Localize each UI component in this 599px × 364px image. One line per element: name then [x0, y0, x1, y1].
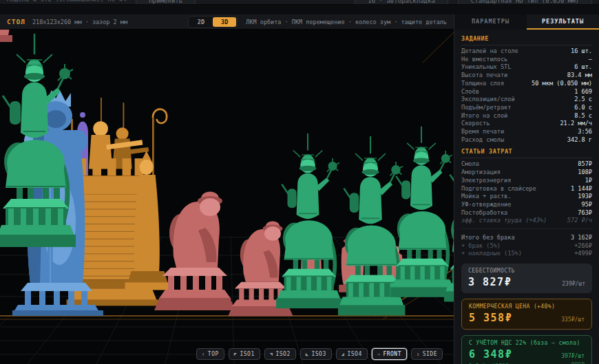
stat-row: Расход смолы 342.8 г — [461, 136, 592, 144]
top-toolbar-clipped: Модель и STL (сглаживание) по 4% Примени… — [0, 0, 599, 5]
stat-row: Толщина слоя 50 мкм (0.050 мм) — [461, 80, 592, 88]
view-preset-label: SIDE — [423, 351, 437, 357]
stat-value: +266₽ — [574, 242, 592, 250]
view-preset-icon: ◢ — [341, 352, 345, 357]
stat-row: Амортизация 108₽ — [461, 169, 592, 177]
stat-row: Экспозиция/слой 2.5 с — [461, 96, 592, 104]
stat-row: Деталей на столе 16 шт. — [461, 47, 592, 56]
stat-label: УФ-отверждение — [461, 201, 511, 209]
stat-label: Итого без брака — [461, 234, 515, 242]
card-per-unit: 397₽/шт — [561, 353, 585, 359]
viewport-canvas-wrap: ↑ TOP ◤ ISO1 ◥ ISO2 ◣ ISO3 ◢ ISO4 → FRON… — [0, 30, 454, 364]
tab-results[interactable]: РЕЗУЛЬТАТЫ — [527, 14, 599, 30]
stat-value: 857₽ — [578, 160, 592, 169]
results-body: ЗАДАНИЕ Деталей на столе 16 шт. Не вмест… — [454, 30, 599, 364]
viewport-header: СТОЛ 218x123x260 мм · зазор 2 мм 2D 3D Л… — [0, 14, 454, 30]
stat-label: Амортизация — [461, 169, 501, 177]
view-preset-button[interactable]: ◥ ISO2 — [264, 348, 296, 360]
stat-value: 6.0 с — [574, 104, 592, 112]
stat-value: 108₽ — [578, 169, 592, 177]
stat-value: 16 шт. — [571, 47, 592, 56]
stat-value: 572 ₽/ч — [567, 217, 592, 225]
toolbar-left-text: Модель и STL (сглаживание) по 4% — [7, 0, 126, 3]
view-preset-icon: → — [377, 352, 381, 357]
cost-rows: Смола 857₽ Амортизация 108₽ Электроэнерг… — [461, 160, 592, 225]
stat-row: Высота печати 83.4 мм — [461, 72, 592, 80]
tab-parameters[interactable]: ПАРАМЕТРЫ — [454, 14, 527, 30]
stat-value: — — [589, 56, 592, 64]
total-rows: Итого без брака 3 162₽ + брак (5%) +266₽… — [461, 228, 592, 258]
stat-value: 193₽ — [578, 193, 592, 201]
stat-row: Итого без брака 3 162₽ — [461, 234, 592, 242]
section-title-costs: СТАТЬИ ЗАТРАТ — [461, 144, 592, 158]
stat-value: 2.5 с — [574, 96, 592, 104]
card-value: 5 358₽ — [469, 312, 512, 324]
viewport-canvas[interactable] — [0, 30, 454, 364]
stat-label: Расход смолы — [461, 136, 504, 144]
stat-value: 1₽ — [585, 177, 592, 185]
stat-value: 763₽ — [578, 209, 592, 217]
stat-label: + накладные (15%) — [461, 250, 522, 258]
stat-value: 83.4 мм — [567, 72, 592, 80]
stat-row: Слоёв 1 669 — [461, 88, 592, 96]
stat-label: Смола — [461, 160, 479, 169]
stat-row: + брак (5%) +266₽ — [461, 242, 592, 250]
stat-value: 3:56 — [578, 128, 592, 136]
stat-row: Не вместилось — — [461, 56, 592, 64]
view-preset-button[interactable]: ◢ ISO4 — [336, 348, 368, 360]
card-label: С УЧЁТОМ НДС 22% (база — смола) — [469, 340, 585, 346]
mode-3d-button[interactable]: 3D — [213, 17, 236, 27]
mode-2d-button[interactable]: 2D — [189, 17, 213, 27]
stat-label: + брак (5%) — [461, 242, 501, 250]
view-preset-label: ISO4 — [347, 351, 361, 357]
stat-row: Скорость 21.2 мм/ч — [461, 120, 592, 128]
stat-value: 3 162₽ — [571, 234, 592, 242]
stat-label: Скорость — [461, 120, 490, 128]
view-preset-button[interactable]: ↑ TOP — [196, 348, 224, 360]
stat-label: Подготовка в слайсере — [461, 185, 536, 193]
stat-value: 8.5 с — [574, 112, 592, 120]
toolbar-button[interactable]: Применить — [136, 0, 196, 5]
stat-row: Время печати 3:56 — [461, 128, 592, 136]
card-value: 3 827₽ — [468, 276, 512, 288]
stat-label: Экспозиция/слой — [461, 96, 515, 104]
view-preset-button[interactable]: ◣ ISO3 — [300, 348, 332, 360]
results-panel: ПАРАМЕТРЫ РЕЗУЛЬТАТЫ ЗАДАНИЕ Деталей на … — [454, 14, 599, 364]
card-label: КОММЕРЧЕСКАЯ ЦЕНА (+40%) — [469, 303, 585, 310]
toolbar-profile-select[interactable]: Стандартная HD тип (0.050 мм) — [458, 0, 592, 5]
stat-label: Высота печати — [461, 72, 507, 80]
stat-row: Итого на слой 8.5 с — [461, 112, 592, 120]
view-preset-icon: ↕ — [417, 352, 420, 357]
summary-card: КОММЕРЧЕСКАЯ ЦЕНА (+40%) 5 358₽ 335₽/шт — [461, 299, 592, 330]
stat-label: Уникальных STL — [461, 63, 511, 72]
toolbar-quantity-select[interactable]: 16 · автораскладка — [355, 0, 448, 5]
stat-value: 1 144₽ — [571, 185, 592, 193]
piece-pink-kneeling-knight[interactable] — [154, 192, 235, 311]
mouse-hint: ЛКМ орбита · ПКМ перемещение · колесо зу… — [246, 19, 447, 25]
view-preset-label: FRONT — [383, 351, 401, 357]
stat-row: Уникальных STL 6 шт. — [461, 63, 592, 72]
view-preset-button[interactable]: ↕ SIDE — [411, 348, 443, 360]
stat-row: Смола 857₽ — [461, 160, 592, 169]
stat-label: эфф. ставка труда (+43%) — [461, 217, 547, 225]
view-preset-button[interactable]: ◤ ISO1 — [229, 348, 260, 360]
view-preset-icon: ◣ — [306, 352, 309, 357]
view-preset-button[interactable]: → FRONT — [372, 348, 407, 360]
stat-label: Слоёв — [461, 88, 479, 96]
stat-row: Подготовка в слайсере 1 144₽ — [461, 185, 592, 193]
toolbar-gap — [0, 5, 599, 14]
stat-row: УФ-отверждение 95₽ — [461, 201, 592, 209]
job-rows: Деталей на столе 16 шт. Не вместилось — … — [461, 47, 592, 144]
view-preset-label: ISO2 — [275, 351, 290, 357]
view-mode-toggle: 2D 3D — [188, 16, 238, 28]
stat-row: Мойка + раств. 193₽ — [461, 193, 592, 201]
section-title-job: ЗАДАНИЕ — [461, 31, 592, 45]
summary-card: С УЧЁТОМ НДС 22% (база — смола) 6 348₽ 3… — [461, 335, 592, 364]
stat-row: + накладные (15%) +499₽ — [461, 250, 592, 258]
piece-pink-pawn[interactable] — [0, 30, 12, 42]
stat-value: +499₽ — [574, 250, 592, 258]
stat-label: Итого на слой — [461, 112, 507, 120]
view-buttons-bar: ↑ TOP ◤ ISO1 ◥ ISO2 ◣ ISO3 ◢ ISO4 → FRON… — [196, 348, 443, 360]
viewport-column: СТОЛ 218x123x260 мм · зазор 2 мм 2D 3D Л… — [0, 14, 454, 364]
stat-row: Электроэнергия 1₽ — [461, 177, 592, 185]
